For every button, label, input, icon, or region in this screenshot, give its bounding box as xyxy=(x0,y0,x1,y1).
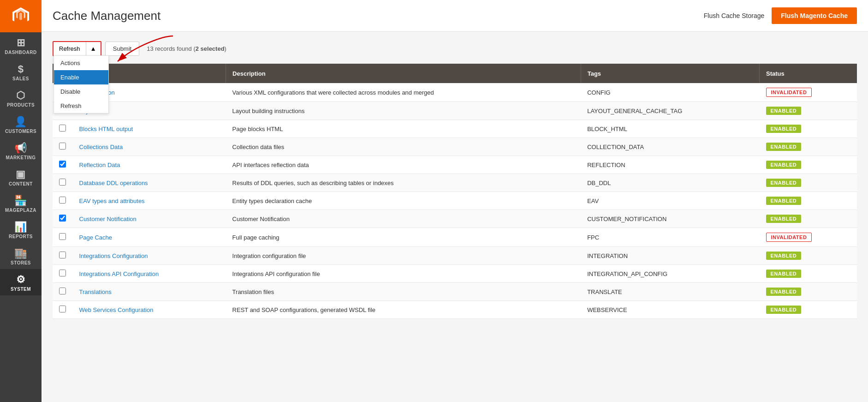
row-status: ENABLED xyxy=(760,301,857,319)
row-tags: LAYOUT_GENERAL_CACHE_TAG xyxy=(581,102,759,120)
row-description: Customer Notification xyxy=(226,210,581,228)
products-icon: ⬡ xyxy=(16,90,25,101)
row-status: ENABLED xyxy=(760,120,857,138)
sidebar-item-stores[interactable]: 🏬 STORES xyxy=(0,243,42,269)
sidebar-item-sales[interactable]: $ SALES xyxy=(0,59,42,85)
table-row: Web Services ConfigurationREST and SOAP … xyxy=(53,301,857,319)
row-description: Full page caching xyxy=(226,228,581,247)
status-badge: ENABLED xyxy=(766,306,802,314)
row-status: ENABLED xyxy=(760,265,857,283)
row-tags: EAV xyxy=(581,192,759,210)
table-row: Integrations ConfigurationIntegration co… xyxy=(53,247,857,265)
sidebar: ⊞ DASHBOARD $ SALES ⬡ PRODUCTS 👤 CUSTOME… xyxy=(0,0,42,402)
row-status: ENABLED xyxy=(760,138,857,156)
sidebar-item-mageplaza[interactable]: 🏪 MAGEPLAZA xyxy=(0,190,42,216)
row-tags: BLOCK_HTML xyxy=(581,120,759,138)
row-description: Results of DDL queries, such as describi… xyxy=(226,174,581,192)
content-area: Refresh ▲ Actions Enable Disable Refresh… xyxy=(42,32,868,402)
type-link[interactable]: Translations xyxy=(79,288,112,295)
row-checkbox[interactable] xyxy=(59,125,66,132)
table-row: Reflection DataAPI interfaces reflection… xyxy=(53,156,857,174)
row-checkbox[interactable] xyxy=(59,252,66,258)
sidebar-item-system[interactable]: ⚙ SYSTEM xyxy=(0,269,42,295)
sidebar-item-products[interactable]: ⬡ PRODUCTS xyxy=(0,85,42,111)
row-status: ENABLED xyxy=(760,174,857,192)
stores-icon: 🏬 xyxy=(14,248,27,258)
row-type: Page Cache xyxy=(73,228,226,247)
row-checkbox[interactable] xyxy=(59,233,66,240)
sidebar-item-label: STORES xyxy=(11,260,31,265)
row-checkbox-cell xyxy=(53,120,73,138)
action-dropdown-toggle[interactable]: ▲ xyxy=(86,42,101,55)
row-type: Database DDL operations xyxy=(73,174,226,192)
toolbar: Refresh ▲ Actions Enable Disable Refresh… xyxy=(53,41,857,56)
status-badge: ENABLED xyxy=(766,107,802,115)
row-checkbox-cell xyxy=(53,156,73,174)
content-icon: ▣ xyxy=(16,169,26,180)
sidebar-item-content[interactable]: ▣ CONTENT xyxy=(0,164,42,190)
row-description: REST and SOAP configurations, generated … xyxy=(226,301,581,319)
sidebar-logo[interactable] xyxy=(0,0,42,32)
page-title: Cache Management xyxy=(53,9,161,23)
row-type: Customer Notification xyxy=(73,210,226,228)
row-checkbox[interactable] xyxy=(59,161,66,168)
row-checkbox-cell xyxy=(53,192,73,210)
table-row: ConfigurationVarious XML configurations … xyxy=(53,83,857,102)
flush-magento-cache-button[interactable]: Flush Magento Cache xyxy=(772,7,857,24)
row-checkbox-cell xyxy=(53,301,73,319)
submit-button[interactable]: Submit xyxy=(105,42,139,56)
type-link[interactable]: Collections Data xyxy=(79,144,123,150)
type-link[interactable]: Integrations API Configuration xyxy=(79,270,159,277)
flush-cache-storage-link[interactable]: Flush Cache Storage xyxy=(704,12,765,19)
dropdown-item-actions[interactable]: Actions xyxy=(54,56,108,70)
row-checkbox[interactable] xyxy=(59,215,66,222)
sidebar-item-label: SYSTEM xyxy=(11,287,31,292)
row-checkbox[interactable] xyxy=(59,306,66,312)
table-row: Blocks HTML outputPage blocks HTMLBLOCK_… xyxy=(53,120,857,138)
records-info: 13 records found (2 selected) xyxy=(147,45,226,52)
row-checkbox[interactable] xyxy=(59,270,66,276)
row-checkbox[interactable] xyxy=(59,143,66,150)
sidebar-item-customers[interactable]: 👤 CUSTOMERS xyxy=(0,111,42,138)
table-row: TranslationsTranslation filesTRANSLATEEN… xyxy=(53,283,857,301)
type-link[interactable]: EAV types and attributes xyxy=(79,198,145,204)
row-status: ENABLED xyxy=(760,192,857,210)
dropdown-item-disable[interactable]: Disable xyxy=(54,84,108,99)
type-link[interactable]: Page Cache xyxy=(79,234,113,241)
row-checkbox[interactable] xyxy=(59,288,66,294)
action-select-display[interactable]: Refresh xyxy=(54,42,86,55)
page-header: Cache Management Flush Cache Storage Flu… xyxy=(42,0,868,32)
sidebar-item-label: CUSTOMERS xyxy=(5,129,36,134)
sidebar-item-marketing[interactable]: 📢 MARKETING xyxy=(0,138,42,164)
table-row: Database DDL operationsResults of DDL qu… xyxy=(53,174,857,192)
row-checkbox[interactable] xyxy=(59,197,66,204)
sidebar-item-reports[interactable]: 📊 REPORTS xyxy=(0,216,42,243)
row-description: Collection data files xyxy=(226,138,581,156)
type-link[interactable]: Integrations Configuration xyxy=(79,252,148,259)
type-link[interactable]: Database DDL operations xyxy=(79,180,148,186)
row-checkbox[interactable] xyxy=(59,179,66,186)
row-checkbox-cell xyxy=(53,138,73,156)
type-link[interactable]: Reflection Data xyxy=(79,162,120,168)
sidebar-item-label: SALES xyxy=(12,76,29,81)
dropdown-item-refresh[interactable]: Refresh xyxy=(54,99,108,113)
col-header-tags: Tags xyxy=(581,64,759,83)
status-badge: INVALIDATED xyxy=(766,233,812,242)
row-description: Translation files xyxy=(226,283,581,301)
marketing-icon: 📢 xyxy=(14,143,27,153)
table-row: LayoutsLayout building instructionsLAYOU… xyxy=(53,102,857,120)
type-link[interactable]: Blocks HTML output xyxy=(79,126,133,132)
type-link[interactable]: Web Services Configuration xyxy=(79,306,154,313)
status-badge: ENABLED xyxy=(766,161,802,169)
row-type: Integrations Configuration xyxy=(73,247,226,265)
row-description: Page blocks HTML xyxy=(226,120,581,138)
selected-count: 2 selected xyxy=(196,45,225,52)
row-type: Integrations API Configuration xyxy=(73,265,226,283)
row-tags: INTEGRATION_API_CONFIG xyxy=(581,265,759,283)
row-status: INVALIDATED xyxy=(760,228,857,247)
sidebar-item-dashboard[interactable]: ⊞ DASHBOARD xyxy=(0,32,42,59)
dropdown-item-enable[interactable]: Enable xyxy=(54,70,108,84)
type-link[interactable]: Customer Notification xyxy=(79,216,137,222)
row-description: Integration configuration file xyxy=(226,247,581,265)
status-badge: ENABLED xyxy=(766,143,802,151)
